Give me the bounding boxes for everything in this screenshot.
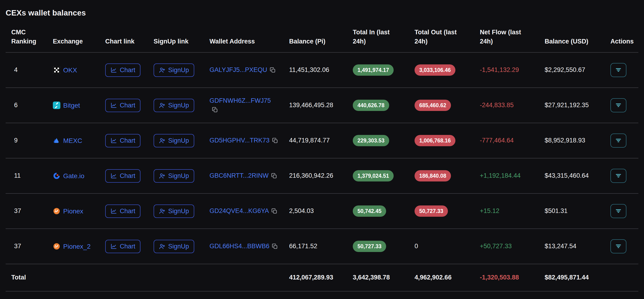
exchange-link[interactable]: OKX xyxy=(63,67,77,74)
wallet-address-link[interactable]: GD24QVE4...KG6YA xyxy=(210,207,269,214)
actions-button[interactable] xyxy=(610,204,626,218)
chart-button[interactable]: Chart xyxy=(105,99,140,112)
col-header-chart-link: Chart link xyxy=(100,28,148,53)
net-flow-value: -777,464.64 xyxy=(480,137,514,144)
chart-button-label: Chart xyxy=(120,102,135,109)
wallet-address-link[interactable]: GBC6NRTT...2RINW xyxy=(210,172,269,179)
total-out-cell: 4,962,902.66 xyxy=(409,264,474,291)
pionex-logo-icon xyxy=(53,207,60,215)
total-in-cell: 50,727.33 xyxy=(347,229,409,264)
exchange-cell: MEXC xyxy=(47,123,100,158)
copy-address-button[interactable] xyxy=(270,67,276,74)
copy-icon xyxy=(212,110,218,114)
copy-address-button[interactable] xyxy=(212,107,218,114)
exchange-link[interactable]: Gate.io xyxy=(63,172,84,180)
signup-button[interactable]: SignUp xyxy=(154,169,194,183)
col-header-cmc-ranking: CMC Ranking xyxy=(6,28,47,53)
wallet-address-link[interactable]: GDL66HS4...BBWB6 xyxy=(210,243,270,250)
signup-button[interactable]: SignUp xyxy=(154,99,194,112)
signup-link-cell: SignUp xyxy=(148,123,204,158)
wallet-address-link[interactable]: GALYJFJ5...PXEQU xyxy=(210,66,267,73)
signup-button[interactable]: SignUp xyxy=(154,204,194,218)
actions-cell xyxy=(605,229,638,264)
filter-lines-icon xyxy=(615,66,622,74)
chart-link-cell: Chart xyxy=(100,229,148,264)
actions-button[interactable] xyxy=(610,63,626,77)
line-chart-icon xyxy=(110,137,117,144)
signup-button-label: SignUp xyxy=(168,67,189,74)
actions-button[interactable] xyxy=(610,134,626,148)
total-out-badge: 685,460.62 xyxy=(414,100,451,111)
okx-logo-icon xyxy=(53,66,60,74)
net-flow-cell: -1,541,132.29 xyxy=(474,53,539,88)
cmc-ranking-value: 6 xyxy=(14,102,18,109)
signup-button-label: SignUp xyxy=(168,102,189,109)
balance-usd-value: $8,952,918.93 xyxy=(545,137,585,144)
actions-button[interactable] xyxy=(610,98,626,112)
col-header-balance-pi: Balance (Pi) xyxy=(284,28,347,53)
total-in-badge: 440,626.78 xyxy=(353,100,389,111)
chart-button-label: Chart xyxy=(120,208,135,215)
total-in-badge: 1,491,974.17 xyxy=(353,64,394,76)
cmc-ranking-value: 37 xyxy=(14,207,21,214)
copy-address-button[interactable] xyxy=(271,208,278,215)
filter-lines-icon xyxy=(615,137,622,145)
table-row: 9 MEXC Chart SignUp GD5HGPHV...TRK73 xyxy=(6,123,638,158)
exchange-link[interactable]: MEXC xyxy=(63,137,82,144)
wallet-address-cell: GBC6NRTT...2RINW xyxy=(204,158,284,193)
table-header-row: CMC Ranking Exchange Chart link SignUp l… xyxy=(6,28,638,53)
wallet-address-link[interactable]: GDFNWH6Z...FWJ75 xyxy=(210,97,271,104)
col-header-total-out: Total Out (last 24h) xyxy=(409,28,474,53)
balance-pi-cell: 2,504.03 xyxy=(284,193,347,229)
total-actions-cell xyxy=(605,264,638,291)
wallet-address-link[interactable]: GD5HGPHV...TRK73 xyxy=(210,137,270,144)
total-out-badge: 186,840.08 xyxy=(414,170,451,181)
copy-address-button[interactable] xyxy=(272,138,278,144)
person-plus-icon xyxy=(159,173,165,179)
exchange-link[interactable]: Pionex_2 xyxy=(63,243,91,250)
chart-button[interactable]: Chart xyxy=(105,240,140,253)
total-out-cell: 685,460.62 xyxy=(409,88,474,123)
balance-usd-value: $27,921,192.35 xyxy=(545,102,589,109)
actions-button[interactable] xyxy=(610,239,626,253)
person-plus-icon xyxy=(159,102,165,109)
exchange-link[interactable]: Pionex xyxy=(63,208,84,215)
total-row: Total 412,067,289.93 3,642,398.78 4,962,… xyxy=(6,264,638,291)
col-header-actions: Actions xyxy=(605,28,638,53)
signup-button[interactable]: SignUp xyxy=(154,64,194,77)
copy-address-button[interactable] xyxy=(272,243,278,250)
chart-button[interactable]: Chart xyxy=(105,204,140,218)
total-net-flow-cell: -1,320,503.88 xyxy=(474,264,539,291)
balance-pi-value: 66,171.52 xyxy=(289,243,317,250)
exchange-link[interactable]: Bitget xyxy=(63,102,80,109)
signup-button[interactable]: SignUp xyxy=(154,240,194,253)
line-chart-icon xyxy=(110,67,117,73)
balance-pi-cell: 66,171.52 xyxy=(284,229,347,264)
signup-link-cell: SignUp xyxy=(148,53,204,88)
chart-button[interactable]: Chart xyxy=(105,64,140,77)
total-in-badge: 229,303.53 xyxy=(353,135,389,146)
balance-usd-cell: $43,315,460.64 xyxy=(539,158,605,193)
person-plus-icon xyxy=(159,208,165,214)
balance-pi-value: 139,466,495.28 xyxy=(289,102,333,109)
copy-icon xyxy=(272,141,278,144)
signup-button[interactable]: SignUp xyxy=(154,134,194,147)
balance-pi-value: 216,360,942.26 xyxy=(289,172,333,179)
chart-button[interactable]: Chart xyxy=(105,134,140,147)
net-flow-value: +1,192,184.44 xyxy=(480,172,520,179)
signup-link-cell: SignUp xyxy=(148,229,204,264)
balance-usd-value: $2,292,550.67 xyxy=(545,66,585,73)
line-chart-icon xyxy=(110,243,117,250)
total-out-badge: 50,727.33 xyxy=(414,205,448,217)
chart-button[interactable]: Chart xyxy=(105,169,140,183)
table-row: 37 Pionex Chart SignUp GD24QVE4...KG6YA xyxy=(6,193,638,229)
copy-address-button[interactable] xyxy=(271,173,277,180)
line-chart-icon xyxy=(110,173,117,179)
balance-usd-value: $43,315,460.64 xyxy=(545,172,589,179)
actions-button[interactable] xyxy=(610,169,626,183)
filter-lines-icon xyxy=(615,102,622,109)
total-out-badge: 3,033,106.46 xyxy=(414,64,456,76)
signup-link-cell: SignUp xyxy=(148,193,204,229)
table-row: 37 Pionex_2 Chart SignUp GDL66HS4...BBWB… xyxy=(6,229,638,264)
total-in-cell: 440,626.78 xyxy=(347,88,409,123)
